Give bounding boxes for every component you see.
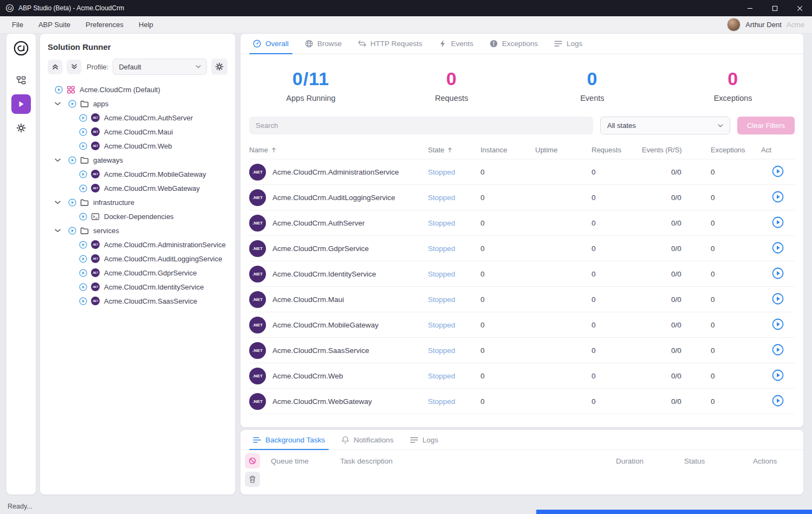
play-circle-icon[interactable]	[79, 269, 87, 277]
table-row-acme-cloudcrm-auditloggingservice[interactable]: .NETAcme.CloudCrm.AuditLoggingServiceSto…	[249, 185, 795, 210]
column-header-uptime[interactable]: Uptime	[535, 146, 592, 154]
avatar[interactable]	[727, 18, 740, 31]
menu-item-abp-suite[interactable]: ABP Suite	[38, 21, 70, 29]
column-header-exceptions[interactable]: Exceptions	[711, 146, 761, 154]
bottom-tabs: Background TasksNotificationsLogs	[241, 430, 803, 450]
tree-item-docker-dependencies[interactable]: Docker-Dependencies	[48, 209, 228, 223]
tree-item-acme-cloudcrm-web[interactable]: .NETAcme.CloudCrm.Web	[48, 139, 228, 153]
settings-button[interactable]	[11, 118, 31, 138]
solution-explorer-button[interactable]	[11, 70, 31, 90]
state-filter-select[interactable]: All states	[600, 117, 730, 134]
table-row-acme-cloudcrm-administrationservice[interactable]: .NETAcme.CloudCrm.AdministrationServiceS…	[249, 159, 795, 185]
tab-exceptions[interactable]: Exceptions	[482, 34, 546, 54]
start-app-button[interactable]	[771, 293, 784, 306]
start-app-button[interactable]	[771, 191, 784, 204]
play-circle-icon[interactable]	[79, 213, 87, 221]
tree-item-acme-cloudcrm-maui[interactable]: .NETAcme.CloudCrm.Maui	[48, 125, 228, 139]
play-circle-icon[interactable]	[79, 283, 87, 291]
chevron-down-icon[interactable]	[55, 102, 61, 106]
menu-item-preferences[interactable]: Preferences	[86, 21, 124, 29]
tab-http-requests[interactable]: HTTP Requests	[350, 34, 431, 54]
tree-item-infrastructure[interactable]: infrastructure	[48, 195, 228, 209]
chevron-down-icon[interactable]	[55, 201, 61, 204]
profile-settings-button[interactable]	[211, 59, 228, 75]
user-name[interactable]: Arthur Dent	[745, 21, 781, 29]
table-row-acme-cloudcrm-webgateway[interactable]: .NETAcme.CloudCrm.WebGatewayStopped000/0…	[249, 389, 795, 414]
play-circle-icon[interactable]	[79, 255, 87, 263]
play-circle-icon[interactable]	[68, 156, 76, 164]
solution-tree: Acme.CloudCrm (Default)apps.NETAcme.Clou…	[48, 82, 228, 308]
tree-item-acme-cloudcrm-webgateway[interactable]: .NETAcme.CloudCrm.WebGateway	[48, 181, 228, 195]
column-header-name[interactable]: Name	[249, 146, 428, 154]
minimize-button[interactable]	[737, 0, 762, 16]
play-circle-icon[interactable]	[79, 297, 87, 305]
tree-item-gateways[interactable]: gateways	[48, 153, 228, 167]
table-row-acme-cloudcrm-authserver[interactable]: .NETAcme.CloudCrm.AuthServerStopped000/0…	[249, 210, 795, 236]
play-circle-icon[interactable]	[79, 142, 87, 150]
app-instance: 0	[480, 397, 535, 406]
collapse-all-button[interactable]	[48, 60, 62, 74]
table-row-acme-cloudcrm-saasservice[interactable]: .NETAcme.CloudCrm.SaasServiceStopped000/…	[249, 338, 795, 363]
play-circle-icon[interactable]	[79, 184, 87, 192]
clear-tasks-button[interactable]	[245, 472, 260, 487]
play-circle-icon[interactable]	[79, 128, 87, 136]
tab-notifications[interactable]: Notifications	[333, 430, 402, 449]
expand-all-button[interactable]	[67, 60, 81, 74]
menu-item-file[interactable]: File	[12, 21, 23, 29]
tree-item-acme-cloudcrm-saasservice[interactable]: .NETAcme.CloudCrm.SaasService	[48, 294, 228, 308]
column-header-requests[interactable]: Requests	[592, 146, 642, 154]
start-app-button[interactable]	[771, 344, 784, 357]
tree-item-services[interactable]: services	[48, 223, 228, 237]
maximize-button[interactable]	[762, 0, 787, 16]
table-row-acme-cloudcrm-mobilegateway[interactable]: .NETAcme.CloudCrm.MobileGatewayStopped00…	[249, 312, 795, 338]
menu-item-help[interactable]: Help	[139, 21, 153, 29]
start-app-button[interactable]	[771, 165, 784, 178]
tab-logs[interactable]: Logs	[546, 34, 590, 54]
table-row-acme-cloudcrm-maui[interactable]: .NETAcme.CloudCrm.MauiStopped000/00	[249, 287, 795, 312]
tree-item-apps[interactable]: apps	[48, 97, 228, 111]
tree-item-acme-cloudcrm-authserver[interactable]: .NETAcme.CloudCrm.AuthServer	[48, 111, 228, 125]
tree-item-acme-cloudcrm-gdprservice[interactable]: .NETAcme.CloudCrm.GdprService	[48, 266, 228, 280]
chevron-down-icon[interactable]	[55, 229, 61, 233]
tree-item-acme-cloudcrm-mobilegateway[interactable]: .NETAcme.CloudCrm.MobileGateway	[48, 167, 228, 181]
play-circle-icon[interactable]	[68, 100, 76, 108]
tasks-column-status: Status	[684, 457, 753, 465]
column-header-instance[interactable]: Instance	[480, 146, 535, 154]
search-input[interactable]	[249, 117, 593, 134]
table-row-acme-cloudcrm-identityservice[interactable]: .NETAcme.CloudCrm.IdentityServiceStopped…	[249, 261, 795, 287]
tree-item-acme-cloudcrm-auditloggingservice[interactable]: .NETAcme.CloudCrm.AuditLoggingService	[48, 252, 228, 266]
solution-runner-button[interactable]	[11, 94, 31, 114]
play-circle-icon[interactable]	[79, 170, 87, 178]
start-app-button[interactable]	[771, 395, 784, 408]
tree-item-acme-cloudcrm-identityservice[interactable]: .NETAcme.CloudCrm.IdentityService	[48, 280, 228, 294]
start-app-button[interactable]	[771, 318, 784, 331]
start-app-button[interactable]	[771, 242, 784, 255]
column-header-events-r-s[interactable]: Events (R/S)	[642, 146, 711, 154]
clear-filters-button[interactable]: Clear Filters	[737, 117, 795, 134]
start-app-button[interactable]	[771, 267, 784, 280]
play-circle-icon[interactable]	[79, 114, 87, 122]
play-circle-icon[interactable]	[55, 86, 63, 94]
close-button[interactable]	[787, 0, 812, 16]
start-app-button[interactable]	[771, 216, 784, 229]
column-header-act[interactable]: Act	[761, 146, 795, 154]
tree-item-acme-cloudcrm-default[interactable]: Acme.CloudCrm (Default)	[48, 82, 228, 97]
tab-browse[interactable]: Browse	[297, 34, 350, 54]
column-header-state[interactable]: State	[428, 146, 480, 154]
tab-logs[interactable]: Logs	[402, 430, 446, 449]
start-app-button[interactable]	[771, 369, 784, 382]
cancel-task-button[interactable]	[245, 453, 260, 468]
profile-select[interactable]: Default	[113, 59, 207, 75]
dotnet-icon: .NET	[249, 317, 266, 333]
play-circle-icon[interactable]	[68, 198, 76, 207]
chevron-down-icon[interactable]	[55, 158, 61, 162]
play-circle-icon	[772, 191, 784, 203]
tree-item-acme-cloudcrm-administrationservice[interactable]: .NETAcme.CloudCrm.AdministrationService	[48, 237, 228, 252]
table-row-acme-cloudcrm-gdprservice[interactable]: .NETAcme.CloudCrm.GdprServiceStopped000/…	[249, 236, 795, 261]
tab-overall[interactable]: Overall	[245, 34, 297, 54]
tab-events[interactable]: Events	[431, 34, 482, 54]
table-row-acme-cloudcrm-web[interactable]: .NETAcme.CloudCrm.WebStopped000/00	[249, 363, 795, 389]
play-circle-icon[interactable]	[79, 241, 87, 249]
play-circle-icon[interactable]	[68, 227, 76, 235]
tab-background-tasks[interactable]: Background Tasks	[245, 430, 333, 449]
